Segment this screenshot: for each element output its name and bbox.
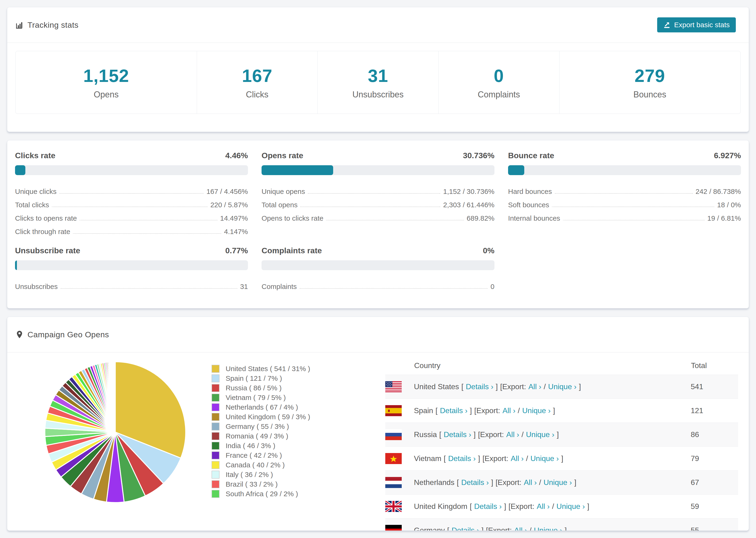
export-all-link[interactable]: All › [537,502,550,511]
opens-label: Opens [94,90,119,99]
export-all-link[interactable]: All › [511,454,523,463]
export-all-link[interactable]: All › [528,382,541,391]
legend-label: India ( 46 / 3% ) [226,442,275,450]
stat-row-value: 220 / 5.87% [210,201,248,210]
dotted-leader [59,193,203,194]
clicks-rate-value: 4.46% [225,151,248,160]
flag-us-icon [385,381,402,392]
export-unique-link[interactable]: Unique › [534,526,562,531]
stat-row-label: Total opens [261,201,297,210]
table-row-russia: Russia [Details ›] [Export:All ›/Unique … [385,423,738,447]
tracking-stats-card: Tracking stats Export basic stats 1,152 … [7,7,749,132]
unsubscribe-rate-progress-fill [15,260,17,270]
country-name: Vietnam [414,454,441,463]
country-name: Russia [414,430,437,439]
stat-row-label: Total clicks [15,201,49,210]
slash: / [539,478,541,487]
export-icon [663,21,671,28]
export-all-link[interactable]: All › [514,526,527,531]
bracket: ] [553,406,555,415]
geo-table: Country Total [385,356,738,531]
export-label: [Export: [509,502,534,511]
country-name: United Kingdom [414,502,467,511]
legend-label: South Africa ( 29 / 2% ) [226,490,298,498]
details-link[interactable]: Details › [448,454,476,463]
clicks-rate-panel: Clicks rate 4.46% Unique clicks167 / 4.4… [15,151,248,237]
country-total: 55 [691,518,738,531]
export-basic-stats-button[interactable]: Export basic stats [657,17,736,32]
details-link[interactable]: Details › [466,382,493,391]
bounce-rate-progressbar [508,165,741,175]
unsubscribe-rate-value: 0.77% [225,246,248,255]
bounce-rate-panel: Bounce rate 6.927% Hard bounces242 / 86.… [508,151,741,237]
total-column-header: Total [691,356,738,375]
legend-item: United States ( 541 / 31% ) [212,364,343,373]
export-all-link[interactable]: All › [506,430,519,439]
stat-row: Unique opens1,152 / 30.736% [261,183,495,196]
bracket: [ [461,382,463,391]
export-unique-link[interactable]: Unique › [522,406,551,415]
legend-label: Netherlands ( 67 / 4% ) [226,403,298,411]
legend-swatch [212,422,220,430]
legend-swatch [212,413,220,421]
details-link[interactable]: Details › [440,406,467,415]
details-link[interactable]: Details › [474,502,502,511]
details-link[interactable]: Details › [461,478,489,487]
export-unique-link[interactable]: Unique › [526,430,554,439]
details-link[interactable]: Details › [452,526,479,531]
stat-row-value: 167 / 4.456% [206,188,248,196]
stat-row: Opens to clicks rate689.82% [261,210,495,223]
export-unique-link[interactable]: Unique › [548,382,577,391]
details-link[interactable]: Details › [444,430,471,439]
bounce-rate-title: Bounce rate [508,151,554,160]
export-unique-link[interactable]: Unique › [557,502,585,511]
page-title: Tracking stats [27,21,79,29]
export-all-link[interactable]: All › [524,478,537,487]
table-row-germany-partial: Germany [Details ›] [Export:All ›/Unique… [385,518,738,531]
stat-row-label: Internal bounces [508,214,560,223]
export-unique-link[interactable]: Unique › [544,478,572,487]
export-basic-stats-label: Export basic stats [674,21,730,29]
country-name: Netherlands [414,478,455,487]
flag-vietnam-icon [385,453,402,464]
export-all-link[interactable]: All › [503,406,515,415]
flag-column-header [385,356,414,375]
legend-label: Germany ( 55 / 3% ) [226,422,289,430]
slash: / [526,454,528,463]
flag-uk-icon [385,501,402,512]
legend-swatch [212,432,220,440]
geo-content: United States ( 541 / 31% ) Spain ( 121 … [7,352,749,531]
stat-row-label: Hard bounces [508,188,552,196]
legend-item: France ( 42 / 2% ) [212,451,343,460]
country-total: 121 [691,399,738,423]
country-total: 67 [691,471,738,495]
dotted-leader [80,220,217,220]
legend-swatch [212,452,220,459]
stat-row: Unique clicks167 / 4.456% [15,183,248,196]
legend-swatch [212,394,220,402]
legend-item: Canada ( 40 / 2% ) [212,460,343,470]
clicks-rate-title: Clicks rate [15,151,55,160]
bracket: [ [447,526,449,531]
dotted-leader [308,193,440,194]
unsubscribe-rate-panel: Unsubscribe rate 0.77% Unsubscribes31 [15,246,248,292]
flag-russia-icon [385,429,402,440]
legend-swatch [212,374,220,382]
stat-row: Hard bounces242 / 86.738% [508,183,741,196]
bracket: ] [478,454,480,463]
stat-row-label: Clicks to opens rate [15,214,77,223]
pie-legend: United States ( 541 / 31% ) Spain ( 121 … [212,364,343,499]
legend-item: South Africa ( 29 / 2% ) [212,489,343,499]
slash: / [518,406,520,415]
table-row-united-states: United States [Details ›] [Export:All ›/… [385,375,738,399]
bracket: ] [473,430,476,439]
table-row-united-kingdom: United Kingdom [Details ›] [Export:All ›… [385,495,738,518]
stat-box-bounces: 279 Bounces [559,51,741,114]
bracket: ] [561,454,563,463]
stat-strip: 1,152 Opens 167 Clicks 31 Unsubscribes 0… [16,51,740,114]
legend-swatch [212,480,220,488]
export-unique-link[interactable]: Unique › [530,454,559,463]
country-total: 79 [691,447,738,471]
slash: / [552,502,554,511]
bracket: [ [457,478,459,487]
